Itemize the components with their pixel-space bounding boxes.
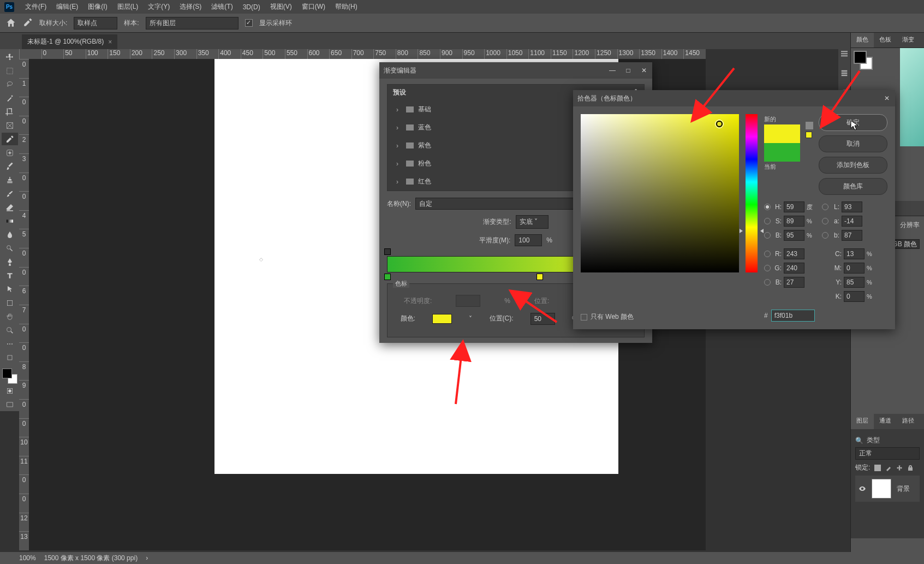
web-only-checkbox[interactable] [581,314,587,320]
current-color-swatch[interactable] [764,143,800,162]
zoom-level[interactable]: 100% [19,554,36,562]
eyedropper-tool[interactable] [2,133,18,145]
tab-swatches[interactable]: 色板 [874,33,897,48]
type-select[interactable]: 实底 ˅ [516,215,549,229]
type-tool[interactable] [2,269,18,282]
smooth-input[interactable] [515,234,542,246]
menu-help[interactable]: 帮助(H) [331,1,362,13]
tab-color[interactable]: 颜色 [851,33,874,48]
color-stop-active[interactable] [536,274,543,280]
l-input[interactable] [842,201,862,212]
y-input[interactable] [844,277,865,288]
pen-tool[interactable] [2,256,18,268]
radio-b[interactable] [764,232,771,239]
lock-brush-icon[interactable] [885,465,892,471]
color-field[interactable] [581,114,739,272]
move-tool[interactable] [2,51,18,63]
blur-tool[interactable] [2,228,18,241]
chevron-down-icon[interactable]: ˅ [469,315,472,323]
position-input[interactable] [530,313,555,325]
dock-icon-2[interactable] [840,69,849,78]
dialog-titlebar[interactable]: 拾色器（色标颜色） ✕ [573,90,895,106]
color-swatch[interactable] [2,369,17,384]
k-input[interactable] [844,291,865,302]
color-stop-left[interactable] [384,274,391,280]
menu-layer[interactable]: 图层(L) [113,1,143,13]
search-icon[interactable]: 🔍 [855,437,863,444]
opacity-stop-left[interactable] [384,248,391,255]
r-input[interactable] [784,248,804,259]
color-preview[interactable] [900,48,924,146]
history-brush-tool[interactable] [2,187,18,200]
close-button[interactable]: ✕ [640,67,648,74]
a-input[interactable] [842,216,862,227]
marquee-tool[interactable] [2,64,18,77]
eraser-tool[interactable] [2,201,18,213]
maximize-button[interactable]: □ [624,67,632,74]
m-input[interactable] [844,263,865,274]
radio-a[interactable] [822,218,828,224]
home-icon[interactable] [5,17,16,28]
menu-window[interactable]: 窗口(W) [297,1,330,13]
blend-mode-select[interactable]: 正常 [855,447,920,460]
menu-edit[interactable]: 编辑(E) [52,1,82,13]
radio-l[interactable] [822,204,828,210]
dialog-titlebar[interactable]: 渐变编辑器 — □ ✕ [379,62,652,79]
menu-filter[interactable]: 滤镜(T) [207,1,237,13]
sample-dropdown[interactable]: 所有图层 [146,17,239,29]
websafe-swatch[interactable] [806,132,812,138]
lasso-tool[interactable] [2,78,18,91]
g-input[interactable] [784,263,804,274]
sample-size-dropdown[interactable]: 取样点 [74,17,117,29]
quick-mask[interactable] [2,384,18,397]
minimize-button[interactable]: — [609,67,616,74]
menu-image[interactable]: 图像(I) [84,1,111,13]
b2-input[interactable] [784,277,804,288]
layer-background[interactable]: 背景 [855,476,920,502]
crop-tool[interactable] [2,105,18,118]
show-ring-checkbox[interactable] [245,19,253,27]
hue-slider[interactable] [746,114,758,272]
radio-g[interactable] [764,265,771,271]
wand-tool[interactable] [2,92,18,104]
color-stop-swatch[interactable] [432,314,452,324]
panel-color-swatch[interactable] [854,51,873,70]
radio-b2[interactable] [764,279,771,286]
color-lib-button[interactable]: 颜色库 [819,178,887,195]
radio-lab-b[interactable] [822,232,828,239]
color-field-cursor[interactable] [716,121,723,127]
menu-file[interactable]: 文件(F) [21,1,51,13]
add-swatch-button[interactable]: 添加到色板 [819,157,887,174]
edit-toolbar[interactable] [2,351,18,364]
eyedropper-tool-icon[interactable] [23,17,33,29]
menu-select[interactable]: 选择(S) [175,1,206,13]
hand-tool[interactable] [2,310,18,323]
cancel-button[interactable]: 取消 [819,135,887,152]
heal-tool[interactable] [2,146,18,159]
status-chevron-icon[interactable]: › [146,554,148,562]
s-input[interactable] [784,216,804,227]
radio-s[interactable] [764,218,771,224]
h-input[interactable] [784,201,804,212]
gradient-tool[interactable] [2,215,18,227]
brush-tool[interactable] [2,160,18,173]
menu-view[interactable]: 视图(V) [266,1,296,13]
lock-all-icon[interactable] [907,465,914,471]
lock-pixels-icon[interactable] [874,465,881,471]
tab-paths[interactable]: 路径 [897,414,920,429]
stamp-tool[interactable] [2,174,18,186]
lab-b-input[interactable] [842,230,862,241]
radio-r[interactable] [764,251,771,257]
visibility-icon[interactable] [859,485,866,492]
shape-tool[interactable] [2,296,18,309]
dock-icon-1[interactable] [840,49,849,58]
c-input[interactable] [844,248,865,259]
hex-input[interactable] [771,310,815,322]
midpoint[interactable]: ◇ [259,257,516,262]
radio-h[interactable] [764,204,771,210]
lock-move-icon[interactable] [896,465,903,471]
screen-mode[interactable] [2,398,18,411]
hue-cursor[interactable] [743,229,760,231]
frame-tool[interactable] [2,119,18,132]
tab-gradients[interactable]: 渐变 [897,33,920,48]
